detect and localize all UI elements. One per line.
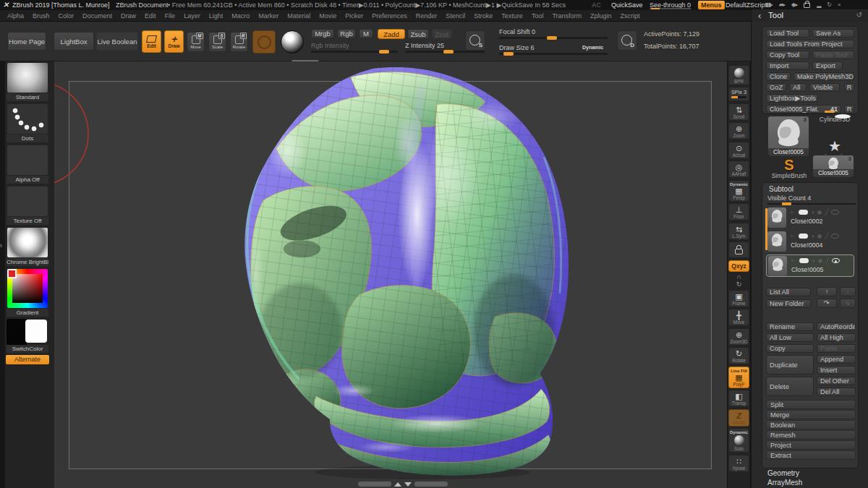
menu-item[interactable]: Material xyxy=(287,10,310,22)
menu-item[interactable]: Brush xyxy=(33,10,50,22)
texture-off[interactable]: Texture Off xyxy=(7,186,51,225)
rgb-intensity-nub[interactable] xyxy=(379,50,389,53)
menu-item[interactable]: Document xyxy=(82,10,112,22)
polypaint-icon[interactable]: ◉ xyxy=(817,233,822,239)
qxyz-button[interactable]: Qxyz xyxy=(728,260,749,272)
brush-presets-icon[interactable]: ▮▮▸ xyxy=(765,0,773,10)
make-polymesh3d-button[interactable]: Make PolyMesh3D xyxy=(793,72,854,81)
close-icon[interactable]: × xyxy=(838,0,841,10)
menu-item[interactable]: Stencil xyxy=(446,10,465,22)
transparency-button[interactable]: ◧ Transp xyxy=(728,390,749,407)
duplicate-button[interactable]: Duplicate xyxy=(766,355,814,374)
menu-item[interactable]: Tool xyxy=(532,10,544,22)
zoom3d-button[interactable]: ⊕ Zoom3D xyxy=(728,328,749,346)
palette-hook-icon[interactable]: ‹ xyxy=(758,10,761,21)
home-page-button[interactable]: Home Page xyxy=(7,32,46,51)
subtool-thumbnail[interactable] xyxy=(767,231,786,252)
see-through-track[interactable] xyxy=(650,8,691,9)
material-sphere-button[interactable] xyxy=(281,30,304,53)
brush-icon[interactable]: ╱ xyxy=(826,257,830,264)
subtool-section-row[interactable]: Boolean xyxy=(766,420,856,429)
load-tools-from-project-button[interactable]: Load Tools From Project xyxy=(766,40,854,48)
subtool-thumbnail[interactable] xyxy=(768,256,787,276)
subtool-down-button[interactable]: ↓ xyxy=(840,287,856,296)
polypaint-icon[interactable]: ◉ xyxy=(817,209,822,215)
del-all-button[interactable]: Del All xyxy=(817,388,856,396)
menu-item[interactable]: Alpha xyxy=(7,10,24,22)
subtool-thumbnail[interactable] xyxy=(767,207,786,228)
visible-count-slider[interactable] xyxy=(767,203,856,205)
goz-visible-button[interactable]: Visible xyxy=(809,83,840,92)
active-tool-nub[interactable] xyxy=(825,111,835,113)
material-chrome-brightbl[interactable]: Chrome BrightBl xyxy=(7,227,51,266)
palette-refresh-icon[interactable]: ↺ xyxy=(856,11,862,19)
menu-item[interactable]: Render xyxy=(416,10,438,22)
spix-slider[interactable]: SPix 3 xyxy=(728,87,749,101)
link-icon[interactable]: ⇠ xyxy=(791,209,796,215)
menu-item[interactable]: Zplugin xyxy=(590,10,612,22)
menu-item[interactable]: Macro xyxy=(231,10,250,22)
folder-into-button[interactable]: ↳ xyxy=(840,299,856,308)
quicksave-button[interactable]: QuickSave xyxy=(611,0,643,10)
draw-size-nub[interactable] xyxy=(503,52,514,56)
menu-item[interactable]: Draw xyxy=(121,10,136,22)
zoom-button[interactable]: ⊕ Zoom xyxy=(728,122,749,140)
copy-tool-button[interactable]: Copy Tool xyxy=(766,51,809,59)
subtool-close0005[interactable]: ⇠◑◉╱ Close!0005 xyxy=(766,254,854,277)
menu-item[interactable]: Zscript xyxy=(621,10,640,22)
paste-subtool-button[interactable]: Paste xyxy=(817,344,856,353)
contrast-icon[interactable]: ◑ xyxy=(811,209,814,215)
tray-thumbnail[interactable] xyxy=(7,227,48,258)
color-gradient-picker[interactable]: Gradient xyxy=(7,268,51,317)
cylinder3d-tool[interactable]: Cylinder3D xyxy=(814,116,856,123)
goz-button[interactable]: GoZ xyxy=(766,83,786,92)
insert-button[interactable]: Insert xyxy=(817,366,856,374)
scale-gizmo-button[interactable]: SScale xyxy=(208,32,226,52)
see-through-slider[interactable]: See-through 0 xyxy=(650,0,691,10)
lock-button[interactable] xyxy=(728,241,749,258)
del-other-button[interactable]: Del Other xyxy=(817,377,856,385)
actual-button[interactable]: ⊙ Actual xyxy=(728,142,749,159)
rename-button[interactable]: Rename xyxy=(766,322,814,331)
local-symmetry-button[interactable]: ⇆ L.Sym xyxy=(728,223,749,240)
clone-button[interactable]: Clone xyxy=(766,72,791,81)
paste-tool-button[interactable]: Paste Tool xyxy=(812,51,854,59)
tray-collapse-icon[interactable]: « xyxy=(0,244,4,247)
rotate-gizmo-button[interactable]: RRotate xyxy=(230,32,248,52)
delete-button[interactable]: Delete xyxy=(766,377,814,396)
brush-standard[interactable]: Standard xyxy=(7,62,51,101)
floor-button[interactable]: ⊥ Floor xyxy=(728,203,749,221)
subtool-section-row[interactable]: Split xyxy=(766,400,856,409)
subtool-section-row[interactable]: Merge xyxy=(766,410,856,419)
menu-item[interactable]: Layer xyxy=(184,10,200,22)
menus-button[interactable]: Menus xyxy=(698,1,725,9)
menu-item[interactable]: Picker xyxy=(345,10,363,22)
m-button[interactable]: M xyxy=(359,29,373,38)
all-high-button[interactable]: All High xyxy=(817,333,856,342)
live-boolean-button[interactable]: Live Boolean xyxy=(96,32,138,51)
menu-item[interactable]: Texture xyxy=(501,10,523,22)
subtool-section-row[interactable]: Project xyxy=(766,440,856,450)
list-all-button[interactable]: List All xyxy=(766,288,811,296)
default-zscript-button[interactable]: DefaultZScript xyxy=(726,0,767,10)
mrgb-button[interactable]: Mrgb xyxy=(311,29,334,38)
polypaint-icon[interactable]: ◉ xyxy=(818,257,823,264)
polyframe-button[interactable]: Line Fill ▦ PolyF xyxy=(728,367,749,388)
all-low-button[interactable]: All Low xyxy=(766,333,814,342)
stroke-dots[interactable]: Dots xyxy=(7,103,51,142)
autoreorder-button[interactable]: AutoReorder xyxy=(817,322,856,331)
tool-r-button[interactable]: R xyxy=(844,105,854,114)
save-as-button[interactable]: Save As xyxy=(812,29,854,38)
bpr-render-button[interactable]: BPR xyxy=(728,65,749,85)
menu-item[interactable]: Preferences xyxy=(372,10,407,22)
goz-r-button[interactable]: R xyxy=(844,83,854,92)
focal-shift-nub[interactable] xyxy=(547,36,557,40)
lightbox-tools-button[interactable]: Lightbox▶Tools xyxy=(766,94,818,103)
canvas[interactable] xyxy=(54,61,727,488)
knot-icon-button[interactable]: ∩ xyxy=(728,273,749,281)
subtool-section-row[interactable]: Extract xyxy=(766,450,856,460)
visible-count-label[interactable]: Visible Count 4 xyxy=(767,194,811,202)
folder-move-button[interactable]: ↷ xyxy=(817,299,837,308)
menu-item[interactable]: Stroke xyxy=(474,10,493,22)
append-button[interactable]: Append xyxy=(817,355,856,364)
